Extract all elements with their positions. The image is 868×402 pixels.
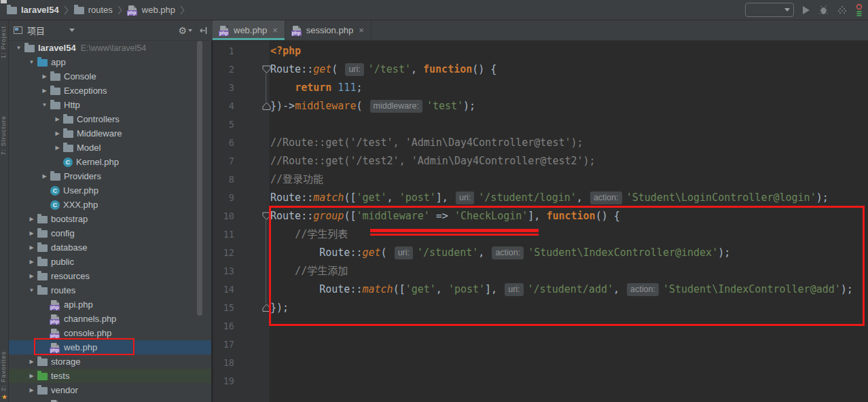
code-text[interactable]: Route::get( uri:'/test', function() { <box>270 60 868 79</box>
folder-icon <box>37 287 48 295</box>
ide-window: laravel54routesphpweb.php <box>0 0 868 402</box>
tree-item-Kernel.php[interactable]: CKernel.php <box>9 155 211 169</box>
debug-icon[interactable] <box>818 5 829 15</box>
project-tree: ▼laravel54E:\www\laravel54▼app▶Console▶E… <box>9 41 213 402</box>
code-token: match <box>313 191 344 204</box>
tree-item-vendor[interactable]: ▶vendor <box>9 383 211 397</box>
folder-icon <box>37 273 48 280</box>
fold-marker-icon[interactable] <box>262 102 272 111</box>
hide-panel-icon[interactable] <box>199 26 209 35</box>
tree-scrollbar[interactable] <box>197 41 202 316</box>
tree-item-tests[interactable]: ▶tests <box>9 369 211 383</box>
code-token: , <box>577 191 589 204</box>
code-text[interactable] <box>270 335 868 354</box>
code-token: '/test' <box>368 63 411 75</box>
tree-item-User.php[interactable]: CUser.php <box>9 183 211 198</box>
tree-toggle-icon[interactable]: ▶ <box>26 373 37 379</box>
code-token: ; <box>356 81 362 94</box>
tree-toggle-icon[interactable]: ▶ <box>26 259 37 265</box>
code-editor[interactable]: 1<?php2Route::get( uri:'/test', function… <box>213 41 868 402</box>
tree-item-laravel54[interactable]: ▼laravel54E:\www\laravel54 <box>9 41 211 55</box>
tree-item-Middleware[interactable]: ▶Middleware <box>9 126 211 141</box>
code-text[interactable]: //登录功能 <box>270 170 868 189</box>
fold-column <box>234 134 270 152</box>
stripe-favorites-button[interactable]: 2: Favorites <box>0 351 9 391</box>
tree-item-config[interactable]: ▶config <box>9 226 211 240</box>
breadcrumb-item-laravel54[interactable]: laravel54 <box>7 5 59 15</box>
run-icon[interactable] <box>803 6 810 14</box>
clipped-edge-icon <box>856 3 863 16</box>
tree-item-Model[interactable]: ▶Model <box>9 141 211 155</box>
tree-item-XXX.php[interactable]: CXXX.php <box>9 198 211 212</box>
tree-item-resources[interactable]: ▶resources <box>9 269 211 283</box>
tree-item-label: User.php <box>63 185 98 196</box>
stripe-project-button[interactable]: 1: Project <box>0 26 9 58</box>
fold-column <box>234 79 270 97</box>
tree-item-app[interactable]: ▼app <box>9 55 211 69</box>
tree-item-channels.php[interactable]: phpchannels.php <box>9 312 211 326</box>
close-tab-icon[interactable]: × <box>359 25 364 35</box>
close-tab-icon[interactable]: × <box>272 25 278 35</box>
tree-item-Exceptions[interactable]: ▶Exceptions <box>9 84 211 98</box>
code-token: })-> <box>270 100 295 112</box>
tree-item-api.php[interactable]: phpapi.php <box>9 297 211 312</box>
code-text[interactable]: <?php <box>270 42 868 60</box>
tree-item-public[interactable]: ▶public <box>9 255 211 269</box>
tree-toggle-icon[interactable]: ▶ <box>26 359 37 365</box>
code-token: function <box>423 63 472 75</box>
tree-toggle-icon[interactable]: ▼ <box>26 59 37 65</box>
fold-marker-icon[interactable] <box>262 65 272 74</box>
tree-item-bootstrap[interactable]: ▶bootstrap <box>9 212 211 226</box>
tree-toggle-icon[interactable]: ▼ <box>13 45 24 51</box>
tree-toggle-icon[interactable]: ▶ <box>26 273 37 279</box>
coverage-icon[interactable] <box>837 5 847 15</box>
param-hint: uri: <box>456 191 474 204</box>
code-text[interactable]: //Route::get('/test', 'Admin\Day4Control… <box>270 134 868 152</box>
tree-item-label: routes <box>51 285 75 295</box>
tree-item-Providers[interactable]: ▶Providers <box>9 169 211 183</box>
tree-toggle-icon[interactable]: ▶ <box>26 387 37 393</box>
editor-tab-bar: phpweb.php×phpsession.php× <box>213 20 868 41</box>
tree-toggle-icon[interactable]: ▶ <box>52 116 63 122</box>
tree-item-database[interactable]: ▶database <box>9 240 211 255</box>
tab-session.php[interactable]: phpsession.php× <box>285 20 372 40</box>
param-hint: uri: <box>345 63 363 76</box>
tree-item-routes[interactable]: ▼routes <box>9 283 211 297</box>
tree-toggle-icon[interactable]: ▶ <box>26 216 37 222</box>
run-config-select[interactable] <box>745 3 794 17</box>
tree-item-Http[interactable]: ▼Http <box>9 98 211 112</box>
tree-toggle-icon[interactable]: ▶ <box>39 88 50 94</box>
tree-toggle-icon[interactable]: ▶ <box>39 173 50 179</box>
tree-toggle-icon[interactable]: ▶ <box>26 244 37 251</box>
tree-toggle-icon[interactable]: ▶ <box>52 130 63 136</box>
code-text[interactable] <box>270 372 868 390</box>
code-text[interactable]: Route::match(['get', 'post'], uri:'/stud… <box>270 189 868 207</box>
stripe-structure-button[interactable]: 7: Structure <box>0 115 9 156</box>
tree-toggle-icon[interactable]: ▶ <box>39 73 50 79</box>
gear-icon[interactable]: ⚙ <box>178 26 192 35</box>
fold-column <box>234 207 270 225</box>
tree-toggle-icon[interactable]: ▶ <box>26 230 37 236</box>
tree-item-Controllers[interactable]: ▶Controllers <box>9 112 211 126</box>
chevron-down-icon[interactable] <box>69 29 75 32</box>
tree-toggle-icon[interactable]: ▼ <box>26 287 37 293</box>
tab-web.php[interactable]: phpweb.php× <box>213 20 285 40</box>
code-text[interactable] <box>270 354 868 372</box>
code-text[interactable]: return 111; <box>270 79 868 97</box>
tree-item-clipped[interactable]: php <box>9 397 211 402</box>
line-number: 2 <box>213 60 234 79</box>
folder-icon <box>50 73 60 81</box>
breadcrumb-item-web.php[interactable]: phpweb.php <box>128 5 175 15</box>
code-text[interactable] <box>270 115 868 134</box>
line-number: 4 <box>213 97 234 115</box>
code-text[interactable]: //Route::get('/test2', 'Admin\Day4Contro… <box>270 152 868 170</box>
tree-item-Console[interactable]: ▶Console <box>9 69 211 84</box>
code-token: , <box>387 191 399 204</box>
tree-toggle-icon[interactable]: ▼ <box>39 102 50 108</box>
breadcrumb-item-routes[interactable]: routes <box>74 5 113 15</box>
tab-label: session.php <box>306 25 353 35</box>
tree-item-storage[interactable]: ▶storage <box>9 354 211 369</box>
code-text[interactable]: })->middleware( middleware:'test'); <box>270 97 868 115</box>
breadcrumb-label: routes <box>88 5 113 15</box>
tree-toggle-icon[interactable]: ▶ <box>52 145 63 151</box>
